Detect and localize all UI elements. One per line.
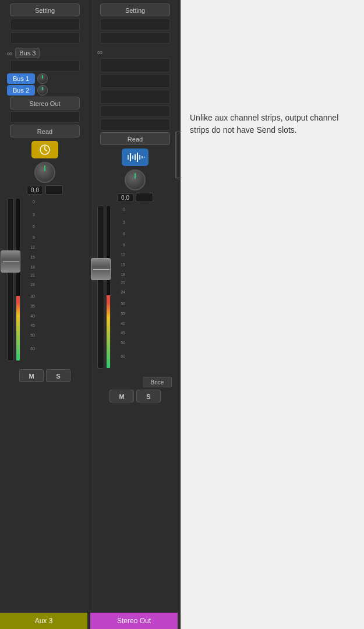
scale-24: 24	[30, 282, 35, 287]
fader-handle-aux3[interactable]	[1, 250, 20, 273]
plugin-slot-2-stereo[interactable]	[100, 32, 170, 44]
mute-button-aux3[interactable]: M	[19, 369, 44, 382]
pan-knob-container-stereo	[125, 169, 146, 190]
level-meter-stereo	[136, 193, 153, 202]
pan-knob-aux3[interactable]	[34, 162, 55, 183]
link-icon-aux3: ∞	[7, 49, 12, 58]
scale-3: 3	[33, 213, 35, 217]
scale-60: 60	[30, 346, 35, 350]
scale-45: 45	[30, 323, 35, 327]
level-meter-aux3	[45, 185, 63, 195]
send-bus2-row: Bus 2	[7, 85, 83, 96]
bus1-send-knob[interactable]	[37, 73, 48, 84]
scale-aux3: 0 3 6 9 12 15 18 21 24 30 35 40 45 50 60	[22, 198, 35, 361]
level-row-aux3: 0,0	[27, 185, 63, 195]
no-send-slot-3	[100, 90, 170, 104]
channel-strip-stereo-out: Setting ∞ Read	[90, 0, 181, 629]
read-button-aux3[interactable]: Read	[10, 125, 80, 137]
scale-15: 15	[30, 255, 35, 259]
bus2-button[interactable]: Bus 2	[7, 85, 35, 96]
bus-label-aux3: Bus 3	[15, 48, 40, 58]
mixer-container: Setting ∞ Bus 3 Bus 1 Bus 2 Stereo Out R…	[0, 0, 181, 629]
bnce-button[interactable]: Bnce	[143, 377, 172, 387]
plugin-slot-1-aux3[interactable]	[10, 19, 80, 30]
bus1-button[interactable]: Bus 1	[7, 73, 35, 84]
pan-knob-stereo[interactable]	[125, 169, 146, 190]
svg-line-2	[45, 150, 47, 151]
plugin-slot-1-stereo[interactable]	[100, 19, 170, 30]
channel-icon-stereo[interactable]	[122, 149, 149, 166]
no-send-slot-2	[100, 74, 170, 88]
no-send-slot-1	[100, 58, 170, 72]
setting-button-aux3[interactable]: Setting	[10, 3, 80, 16]
scale-30: 30	[30, 294, 35, 298]
bus2-send-knob[interactable]	[37, 85, 48, 96]
link-icon-stereo: ∞	[97, 48, 103, 56]
fader-track-aux3	[7, 198, 14, 361]
empty-slot-stereo-mid	[100, 105, 170, 117]
annotation-text: Unlike aux channel strips, output channe…	[190, 112, 355, 136]
channel-name-stereo-out[interactable]: Stereo Out	[90, 613, 178, 629]
setting-button-stereo-out[interactable]: Setting	[100, 3, 170, 16]
channel-name-aux3[interactable]: Aux 3	[0, 613, 87, 629]
bus-row-aux3: ∞ Bus 3	[7, 48, 83, 58]
channel-icon-aux3[interactable]	[31, 141, 58, 158]
bus-row-stereo: ∞	[97, 48, 173, 56]
scale-12: 12	[30, 245, 35, 249]
read-button-stereo-out[interactable]: Read	[100, 132, 170, 145]
meter-fill-aux3	[16, 296, 20, 361]
empty-slot-aux3-mid[interactable]	[10, 60, 80, 72]
fader-track-stereo	[97, 206, 104, 369]
scale-6: 6	[33, 224, 35, 228]
waveform-icon	[125, 151, 146, 163]
fader-area-aux3: 0 3 6 9 12 15 18 21 24 30 35 40 45 50 60	[7, 198, 83, 367]
solo-button-stereo[interactable]: S	[136, 390, 161, 402]
scale-9: 9	[33, 235, 35, 239]
scale-50: 50	[30, 333, 35, 337]
solo-button-aux3[interactable]: S	[46, 369, 70, 382]
scale-0: 0	[33, 199, 35, 203]
clock-icon	[38, 144, 52, 156]
mute-button-stereo[interactable]: M	[109, 390, 134, 402]
fader-handle-stereo[interactable]	[91, 258, 111, 280]
meter-aux3	[16, 198, 20, 361]
scale-18: 18	[30, 264, 35, 268]
level-row-stereo: 0,0	[117, 193, 153, 202]
annotation-container: Unlike aux channel strips, output channe…	[181, 105, 364, 143]
meter-fill-stereo	[107, 295, 110, 368]
empty-slot-pre-read-aux3	[10, 111, 80, 123]
output-button-aux3[interactable]: Stereo Out	[10, 97, 80, 109]
empty-slot-pre-read-stereo	[100, 119, 170, 130]
channel-strip-aux3: Setting ∞ Bus 3 Bus 1 Bus 2 Stereo Out R…	[0, 0, 90, 629]
plugin-slot-2-aux3[interactable]	[10, 32, 80, 44]
fader-area-stereo: 0 3 6 9 12 15 18 21 24 30 35 40 45 50 60	[97, 206, 173, 374]
annotation-panel-bg	[181, 0, 364, 629]
send-bus1-row: Bus 1	[7, 73, 83, 84]
level-display-aux3: 0,0	[27, 186, 43, 195]
scale-21: 21	[30, 273, 35, 277]
level-display-stereo: 0,0	[117, 193, 133, 202]
meter-stereo	[106, 206, 111, 369]
scale-40: 40	[30, 313, 35, 317]
scale-stereo: 0 3 6 9 12 15 18 21 24 30 35 40 45 50 60	[112, 206, 125, 369]
mute-solo-row-stereo: M S	[109, 390, 161, 402]
mute-solo-row-aux3: M S	[19, 369, 70, 382]
pan-knob-container-aux3	[34, 162, 55, 183]
scale-35: 35	[30, 303, 35, 308]
